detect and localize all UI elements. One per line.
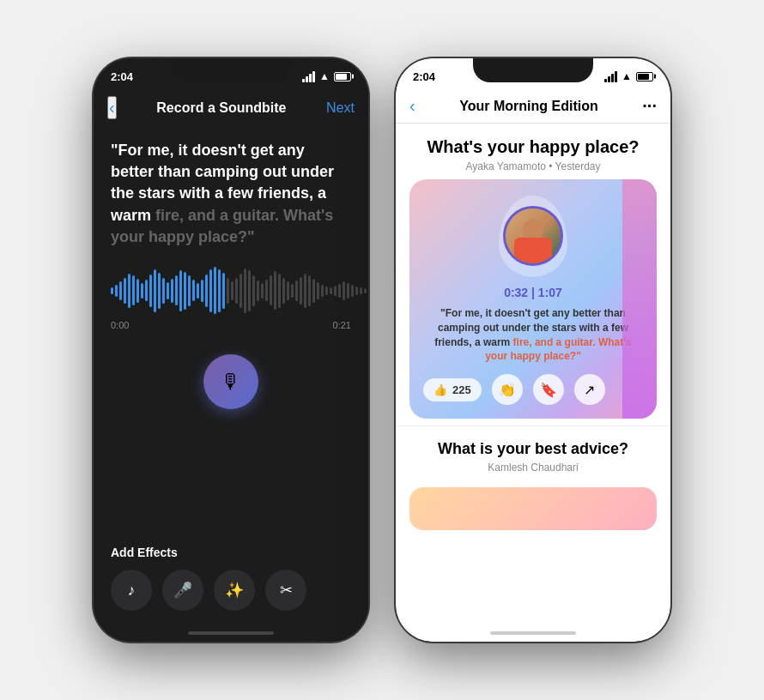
voice-effect-button[interactable]: 🎤 bbox=[162, 570, 203, 611]
right-phone: 2:04 ▲ ‹ Your Morning Edition ··· bbox=[396, 58, 670, 642]
bookmark-button[interactable]: 🔖 bbox=[533, 374, 564, 405]
light-nav: ‹ Your Morning Edition ··· bbox=[396, 89, 670, 124]
avatar bbox=[503, 206, 563, 266]
post1-title: What's your happy place? bbox=[413, 137, 653, 157]
share-button[interactable]: ↗ bbox=[574, 374, 605, 405]
post2-card-preview bbox=[409, 487, 657, 530]
dark-nav: ‹ Record a Soundbite Next bbox=[94, 89, 368, 126]
mic-button[interactable]: 🎙 bbox=[203, 354, 258, 409]
share-icon: ↗ bbox=[584, 382, 595, 398]
status-icons-left: ▲ bbox=[302, 70, 351, 82]
like-button[interactable]: 👍 225 bbox=[423, 378, 482, 401]
effects-buttons: ♪ 🎤 ✨ ✂ bbox=[111, 570, 351, 611]
card-quote: "For me, it doesn't get any better than … bbox=[423, 306, 643, 364]
home-indicator-right bbox=[396, 625, 670, 642]
home-bar-light bbox=[490, 631, 576, 635]
status-time-right: 2:04 bbox=[413, 70, 435, 83]
post2-title: What is your best advice? bbox=[413, 440, 653, 458]
effects-section: Add Effects ♪ 🎤 ✨ ✂ bbox=[94, 535, 368, 625]
mic-icon: 🎙 bbox=[221, 370, 241, 394]
right-phone-screen: 2:04 ▲ ‹ Your Morning Edition ··· bbox=[396, 58, 670, 642]
home-bar bbox=[188, 631, 274, 635]
next-button[interactable]: Next bbox=[326, 100, 355, 116]
card-actions: 👍 225 👏 🔖 ↗ bbox=[423, 374, 643, 405]
effects-title: Add Effects bbox=[111, 546, 351, 559]
like-count: 225 bbox=[452, 383, 471, 396]
nav-title-left: Record a Soundbite bbox=[156, 100, 286, 116]
status-time-left: 2:04 bbox=[111, 70, 133, 83]
dark-content: "For me, it doesn't get any better than … bbox=[94, 126, 368, 535]
thumbs-up-icon: 👍 bbox=[434, 383, 447, 396]
card-bg-accent bbox=[622, 179, 657, 419]
left-phone: 2:04 ▲ ‹ Record a Soundbite Next bbox=[94, 58, 368, 642]
back-button[interactable]: ‹ bbox=[107, 96, 117, 119]
waveform-times: 0:00 0:21 bbox=[111, 320, 351, 330]
wifi-icon-right: ▲ bbox=[622, 70, 632, 82]
soundbite-text: "For me, it doesn't get any better than … bbox=[111, 140, 351, 248]
avatar-person bbox=[506, 208, 561, 263]
light-content: What's your happy place? Ayaka Yamamoto … bbox=[396, 124, 670, 625]
post2-section: What is your best advice? Kamlesh Chaudh… bbox=[396, 425, 670, 480]
avatar-body bbox=[514, 238, 552, 263]
soundbite-card: 0:32 | 1:07 "For me, it doesn't get any … bbox=[409, 179, 657, 419]
avatar-container bbox=[494, 193, 572, 279]
home-indicator-left bbox=[94, 625, 368, 642]
trim-effect-button[interactable]: ✂ bbox=[265, 570, 306, 611]
signal-icon-right bbox=[604, 71, 617, 82]
card-playback-time: 0:32 | 1:07 bbox=[504, 286, 562, 299]
more-options-button[interactable]: ··· bbox=[642, 96, 657, 116]
phone-notch-right bbox=[473, 58, 593, 82]
bookmark-icon: 🔖 bbox=[540, 382, 557, 398]
clap-icon: 👏 bbox=[499, 382, 516, 398]
wifi-icon: ▲ bbox=[319, 70, 330, 82]
post1-meta: Ayaka Yamamoto • Yesterday bbox=[413, 160, 653, 172]
waveform-end: 0:21 bbox=[333, 320, 351, 330]
waveform-container: 0:00 0:21 bbox=[111, 265, 351, 330]
music-effect-button[interactable]: ♪ bbox=[111, 570, 152, 611]
light-back-button[interactable]: ‹ bbox=[409, 96, 415, 116]
signal-icon bbox=[302, 71, 315, 82]
waveform-start: 0:00 bbox=[111, 320, 129, 330]
clap-button[interactable]: 👏 bbox=[492, 374, 523, 405]
sparkle-effect-button[interactable]: ✨ bbox=[214, 570, 255, 611]
waveform[interactable] bbox=[111, 265, 351, 317]
left-phone-screen: 2:04 ▲ ‹ Record a Soundbite Next bbox=[94, 58, 368, 642]
nav-title-right: Your Morning Edition bbox=[459, 99, 597, 114]
mic-section: 🎙 bbox=[111, 354, 351, 409]
post2-meta: Kamlesh Chaudhari bbox=[413, 462, 653, 474]
status-icons-right: ▲ bbox=[604, 70, 653, 82]
battery-icon-right bbox=[636, 72, 653, 81]
phone-notch bbox=[171, 58, 291, 82]
post1-header: What's your happy place? Ayaka Yamamoto … bbox=[396, 124, 670, 179]
battery-icon bbox=[334, 72, 351, 81]
